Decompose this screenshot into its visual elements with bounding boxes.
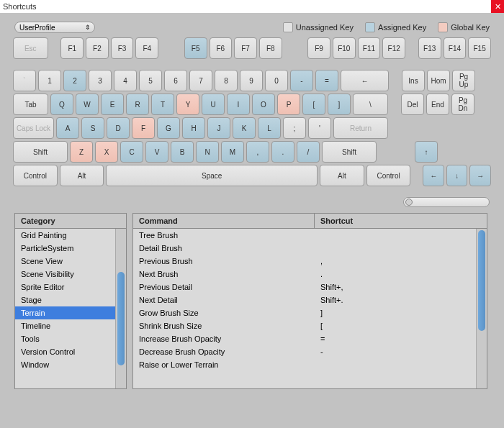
key-9[interactable]: 9 — [240, 70, 263, 91]
command-row[interactable]: Previous DetailShift+, — [133, 281, 487, 293]
key-f15[interactable]: F15 — [468, 37, 491, 59]
key-n[interactable]: N — [196, 141, 219, 163]
key-2[interactable]: 2 — [63, 70, 86, 91]
zoom-slider[interactable] — [403, 197, 490, 207]
key-return[interactable]: Return — [333, 117, 388, 139]
key--[interactable]: ← — [341, 70, 389, 91]
key-space[interactable]: Space — [106, 165, 318, 186]
key-del[interactable]: Del — [401, 94, 424, 115]
key--[interactable]: = — [315, 70, 338, 91]
scroll-thumb[interactable] — [478, 230, 485, 331]
key-p[interactable]: P — [277, 94, 300, 115]
command-row[interactable]: Tree Brush — [133, 229, 487, 242]
key-7[interactable]: 7 — [189, 70, 212, 91]
command-row[interactable]: Previous Brush, — [133, 255, 487, 268]
key-f6[interactable]: F6 — [210, 37, 233, 59]
key--[interactable]: \ — [353, 94, 388, 115]
key-shift[interactable]: Shift — [13, 141, 68, 163]
key-w[interactable]: W — [76, 94, 99, 115]
key-ins[interactable]: Ins — [402, 70, 425, 91]
category-item-stage[interactable]: Stage — [15, 293, 126, 306]
key-e[interactable]: E — [101, 94, 124, 115]
key-6[interactable]: 6 — [164, 70, 187, 91]
key-r[interactable]: R — [126, 94, 149, 115]
key-control[interactable]: Control — [13, 165, 58, 186]
key-f1[interactable]: F1 — [60, 37, 84, 59]
shortcut-header[interactable]: Shortcut — [315, 214, 487, 228]
key-1[interactable]: 1 — [38, 70, 61, 91]
command-row[interactable]: Grow Brush Size] — [133, 306, 487, 319]
key-f11[interactable]: F11 — [358, 37, 381, 59]
key-f4[interactable]: F4 — [135, 37, 158, 59]
key-f8[interactable]: F8 — [259, 37, 282, 59]
command-row[interactable]: Shrink Brush Size[ — [133, 319, 487, 332]
key--[interactable]: ] — [328, 94, 351, 115]
key-end[interactable]: End — [426, 94, 449, 115]
category-item-timeline[interactable]: Timeline — [15, 319, 126, 332]
category-item-scene-visibility[interactable]: Scene Visibility — [15, 268, 126, 281]
key-3[interactable]: 3 — [89, 70, 112, 91]
key-d[interactable]: D — [107, 117, 130, 139]
key-5[interactable]: 5 — [139, 70, 162, 91]
key--[interactable]: / — [297, 141, 320, 163]
key-hom[interactable]: Hom — [427, 70, 450, 91]
key-4[interactable]: 4 — [114, 70, 137, 91]
key-f14[interactable]: F14 — [444, 37, 467, 59]
key-l[interactable]: L — [258, 117, 281, 139]
key-x[interactable]: X — [95, 141, 118, 163]
key-f2[interactable]: F2 — [86, 37, 109, 59]
category-item-terrain[interactable]: Terrain — [15, 306, 126, 319]
key--[interactable]: ` — [13, 70, 36, 91]
category-item-grid-painting[interactable]: Grid Painting — [15, 229, 126, 242]
command-row[interactable]: Detail Brush — [133, 242, 487, 255]
command-row[interactable]: Raise or Lower Terrain — [133, 358, 487, 371]
command-row[interactable]: Decrease Brush Opacity- — [133, 345, 487, 358]
command-row[interactable]: Next DetailShift+. — [133, 293, 487, 306]
key-alt[interactable]: Alt — [320, 165, 364, 186]
key--[interactable]: - — [290, 70, 313, 91]
command-header[interactable]: Command — [133, 214, 315, 228]
commands-scrollbar[interactable] — [476, 229, 487, 388]
category-header[interactable]: Category — [15, 214, 126, 228]
key-f10[interactable]: F10 — [333, 37, 356, 59]
key-f9[interactable]: F9 — [307, 37, 330, 59]
key-g[interactable]: G — [157, 117, 180, 139]
key--[interactable]: [ — [302, 94, 325, 115]
key-caps-lock[interactable]: Caps Lock — [13, 117, 54, 139]
key-tab[interactable]: Tab — [13, 94, 48, 115]
key-f7[interactable]: F7 — [234, 37, 257, 59]
command-row[interactable]: Next Brush. — [133, 268, 487, 281]
key-f[interactable]: F — [132, 117, 155, 139]
category-item-scene-view[interactable]: Scene View — [15, 255, 126, 268]
slider-knob[interactable] — [405, 199, 413, 206]
key--[interactable]: ↓ — [446, 165, 468, 186]
key-shift[interactable]: Shift — [322, 141, 377, 163]
key--[interactable]: . — [271, 141, 294, 163]
key-8[interactable]: 8 — [215, 70, 238, 91]
key-m[interactable]: M — [221, 141, 244, 163]
key-esc[interactable]: Esc — [13, 37, 48, 59]
profile-dropdown[interactable]: UserProfile — [14, 22, 95, 33]
key-q[interactable]: Q — [50, 94, 73, 115]
key-control[interactable]: Control — [366, 165, 411, 186]
key--[interactable]: ; — [283, 117, 306, 139]
key-b[interactable]: B — [171, 141, 194, 163]
key-f5[interactable]: F5 — [184, 37, 207, 59]
command-row[interactable]: Increase Brush Opacity= — [133, 332, 487, 345]
key-alt[interactable]: Alt — [60, 165, 104, 186]
key--[interactable]: → — [469, 165, 491, 186]
key--[interactable]: ' — [308, 117, 331, 139]
category-item-window[interactable]: Window — [15, 358, 126, 371]
key-0[interactable]: 0 — [265, 70, 288, 91]
key-pg-up[interactable]: Pg Up — [452, 70, 475, 91]
key-i[interactable]: I — [227, 94, 250, 115]
close-button[interactable]: ✕ — [491, 0, 504, 13]
category-item-sprite-editor[interactable]: Sprite Editor — [15, 281, 126, 293]
key-o[interactable]: O — [252, 94, 275, 115]
scroll-thumb[interactable] — [117, 272, 125, 365]
key-z[interactable]: Z — [70, 141, 93, 163]
key--[interactable]: , — [246, 141, 269, 163]
category-item-particlesystem[interactable]: ParticleSystem — [15, 242, 126, 255]
key-pg-dn[interactable]: Pg Dn — [451, 94, 474, 115]
category-item-tools[interactable]: Tools — [15, 332, 126, 345]
